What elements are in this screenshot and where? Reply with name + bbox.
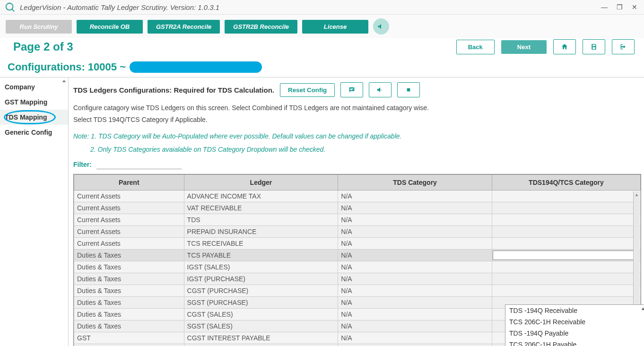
home-button[interactable] [553, 39, 576, 54]
table-row[interactable]: Current AssetsADVANCE INCOME TAXN/A [74, 190, 641, 202]
cell-ledger[interactable]: TDS [184, 214, 338, 226]
cell-ledger[interactable]: TCS PAYABLE [184, 250, 338, 261]
table-row[interactable]: Current AssetsVAT RECEIVABLEN/A [74, 202, 641, 214]
reconcile-ob-button[interactable]: Reconcile OB [77, 20, 143, 34]
cell-parent[interactable]: Duties & Taxes [74, 273, 184, 285]
cell-tds-tcs[interactable] [492, 214, 640, 226]
license-button[interactable]: License [302, 20, 368, 34]
cell-tds-category[interactable]: N/A [338, 309, 492, 320]
table-row[interactable]: Current AssetsTDSN/A [74, 214, 641, 226]
cell-tds-tcs[interactable] [492, 226, 640, 238]
config-label: Configurations: 10005 ~ [8, 61, 126, 73]
table-row[interactable]: Duties & TaxesIGST (SALES)N/A [74, 261, 641, 273]
cell-tds-tcs[interactable] [492, 261, 640, 273]
cell-ledger[interactable]: CGST (SALES) [184, 309, 338, 320]
table-row[interactable]: Current AssetsTCS RECEIVABLEN/A [74, 238, 641, 250]
table-row[interactable]: Duties & TaxesCGST (PURCHASE)N/A [74, 285, 641, 297]
cell-parent[interactable]: Current Assets [74, 238, 184, 250]
cell-ledger[interactable]: PREPAID INSURANCE [184, 226, 338, 238]
cell-ledger[interactable]: SGST INTEREST PAYABLE [184, 344, 338, 346]
sidebar-item-generic-config[interactable]: Generic Config [0, 125, 68, 140]
col-header-tds-tcs[interactable]: TDS194Q/TCS Category [492, 175, 640, 190]
cell-tds-tcs[interactable] [492, 273, 640, 285]
cell-parent[interactable]: Current Assets [74, 202, 184, 214]
cell-tds-category[interactable]: N/A [338, 320, 492, 332]
svg-point-0 [6, 3, 13, 10]
dropdown-scroll-up-icon[interactable]: ▲ [641, 306, 644, 311]
close-icon[interactable]: ✕ [630, 2, 639, 12]
cell-tds-category[interactable]: N/A [338, 285, 492, 297]
cell-tds-tcs[interactable] [492, 190, 640, 202]
dropdown-option[interactable]: TDS -194Q Receivable [505, 305, 644, 316]
cell-parent[interactable]: Duties & Taxes [74, 261, 184, 273]
cell-parent[interactable]: GST [74, 332, 184, 344]
cell-parent[interactable]: GST [74, 344, 184, 346]
cell-parent[interactable]: Current Assets [74, 190, 184, 202]
sidebar-item-tds-mapping[interactable]: TDS Mapping [0, 110, 68, 125]
cell-tds-category[interactable]: N/A [338, 261, 492, 273]
cell-parent[interactable]: Duties & Taxes [74, 309, 184, 320]
comment-button[interactable] [340, 82, 363, 97]
minimize-icon[interactable]: — [600, 2, 609, 12]
cell-parent[interactable]: Duties & Taxes [74, 320, 184, 332]
cell-ledger[interactable]: IGST (PURCHASE) [184, 273, 338, 285]
cell-ledger[interactable]: TCS RECEIVABLE [184, 238, 338, 250]
col-header-ledger[interactable]: Ledger [184, 175, 338, 190]
filter-label: Filter: [73, 161, 92, 168]
tds-tcs-dropdown[interactable] [493, 251, 640, 260]
cell-ledger[interactable]: VAT RECEIVABLE [184, 202, 338, 214]
col-header-parent[interactable]: Parent [74, 175, 184, 190]
dropdown-option[interactable]: TDS -194Q Payable [505, 328, 644, 339]
cell-tds-tcs[interactable] [492, 285, 640, 297]
cell-parent[interactable]: Current Assets [74, 226, 184, 238]
tds-tcs-dropdown-list[interactable]: ▲ TDS -194Q ReceivableTCS 206C-1H Receiv… [505, 304, 644, 346]
cell-tds-category[interactable]: N/A [338, 214, 492, 226]
back-button[interactable]: Back [456, 40, 495, 54]
cell-tds-tcs[interactable] [492, 202, 640, 214]
run-scrutiny-button: Run Scrutiny [6, 20, 72, 34]
cell-ledger[interactable]: SGST (SALES) [184, 320, 338, 332]
sidebar-item-gst-mapping[interactable]: GST Mapping [0, 95, 68, 110]
gstr2b-reconcile-button[interactable]: GSTR2B Reconcile [225, 20, 297, 34]
cell-tds-category[interactable]: N/A [338, 190, 492, 202]
dropdown-option[interactable]: TCS 206C-1H Payable [505, 339, 644, 346]
stop-button[interactable] [397, 82, 420, 97]
cell-tds-tcs[interactable] [492, 250, 640, 261]
cell-parent[interactable]: Duties & Taxes [74, 250, 184, 261]
cell-tds-category[interactable]: N/A [338, 273, 492, 285]
cell-ledger[interactable]: CGST INTEREST PAYABLE [184, 332, 338, 344]
exit-button[interactable] [612, 39, 635, 54]
cell-tds-category[interactable]: N/A [338, 238, 492, 250]
sound-button[interactable] [369, 82, 392, 97]
cell-tds-category[interactable]: N/A [338, 250, 492, 261]
content-panel: TDS Ledgers Configurations: Required for… [69, 78, 644, 346]
table-row[interactable]: Duties & TaxesTCS PAYABLEN/A [74, 250, 641, 261]
cell-parent[interactable]: Current Assets [74, 214, 184, 226]
sidebar-item-company[interactable]: Company [0, 79, 68, 95]
cell-parent[interactable]: Duties & Taxes [74, 297, 184, 309]
cell-tds-category[interactable]: N/A [338, 202, 492, 214]
cell-parent[interactable]: Duties & Taxes [74, 285, 184, 297]
announce-button[interactable] [373, 18, 389, 35]
cell-tds-category[interactable]: N/A [338, 344, 492, 346]
cell-tds-category[interactable]: N/A [338, 332, 492, 344]
cell-tds-category[interactable]: N/A [338, 297, 492, 309]
reset-config-button[interactable]: Reset Config [280, 83, 335, 97]
next-button[interactable]: Next [501, 40, 547, 54]
save-button[interactable] [583, 39, 605, 54]
filter-input[interactable] [96, 160, 182, 169]
note-line-1: Note: 1. TDS Category will be Auto-Popul… [73, 130, 641, 143]
cell-ledger[interactable]: SGST (PURCHASE) [184, 297, 338, 309]
cell-tds-category[interactable]: N/A [338, 226, 492, 238]
cell-ledger[interactable]: CGST (PURCHASE) [184, 285, 338, 297]
col-header-tds-category[interactable]: TDS Category [338, 175, 492, 190]
maximize-icon[interactable]: ❐ [615, 2, 624, 12]
cell-ledger[interactable]: ADVANCE INCOME TAX [184, 190, 338, 202]
table-row[interactable]: Duties & TaxesIGST (PURCHASE)N/A [74, 273, 641, 285]
table-row[interactable]: Current AssetsPREPAID INSURANCEN/A [74, 226, 641, 238]
titlebar: LedgerVision - Automatic Tally Ledger Sc… [0, 0, 644, 15]
cell-ledger[interactable]: IGST (SALES) [184, 261, 338, 273]
cell-tds-tcs[interactable] [492, 238, 640, 250]
dropdown-option[interactable]: TCS 206C-1H Receivable [505, 316, 644, 328]
gstr2a-reconcile-button[interactable]: GSTR2A Reconcile [148, 20, 220, 34]
